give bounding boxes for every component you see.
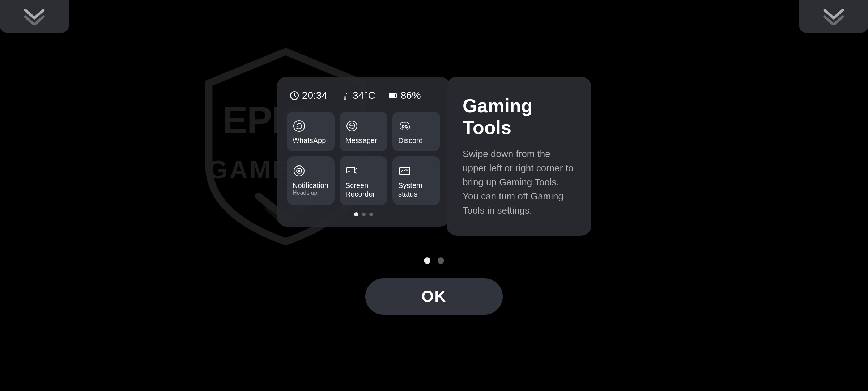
screen-recorder-icon	[345, 164, 358, 177]
panel-dot-2[interactable]	[362, 213, 366, 216]
time-value: 20:34	[302, 90, 327, 101]
svg-rect-18	[348, 171, 350, 172]
svg-rect-8	[390, 94, 395, 97]
time-status: 20:34	[290, 90, 327, 101]
svg-point-10	[347, 121, 357, 131]
bottom-dot-1[interactable]	[424, 257, 430, 264]
bottom-page-dots	[424, 257, 444, 264]
battery-value: 86%	[401, 90, 421, 101]
messager-icon	[345, 119, 358, 133]
thermometer-icon	[340, 91, 350, 100]
discord-icon	[398, 119, 411, 133]
svg-point-12	[405, 125, 407, 127]
svg-rect-19	[400, 167, 410, 175]
gaming-tools-description: Swipe down from the upper left or right …	[463, 147, 575, 218]
battery-icon	[388, 91, 398, 100]
whatsapp-label: WhatsApp	[293, 136, 326, 145]
system-status-icon	[398, 164, 411, 177]
apps-grid: WhatsApp Messager	[287, 112, 440, 205]
gaming-tools-title: Gaming Tools	[463, 95, 575, 138]
temperature-value: 34°C	[353, 90, 375, 101]
main-content: 20:34 34°C	[0, 0, 868, 391]
messager-tile[interactable]: Messager	[340, 112, 387, 151]
system-status-tile[interactable]: System status	[392, 156, 440, 205]
battery-status: 86%	[388, 90, 421, 101]
ok-button[interactable]: OK	[365, 278, 503, 315]
messager-label: Messager	[345, 136, 377, 145]
notification-sublabel: Heads up	[293, 190, 328, 196]
panels-row: 20:34 34°C	[277, 77, 591, 236]
discord-tile[interactable]: Discord	[392, 112, 440, 151]
screen-recorder-tile[interactable]: Screen Recorder	[340, 156, 387, 205]
screen-recorder-label: Screen Recorder	[345, 181, 382, 198]
status-bar: 20:34 34°C	[287, 90, 440, 101]
temperature-status: 34°C	[340, 90, 375, 101]
bottom-dot-2[interactable]	[438, 257, 444, 264]
panel-dot-3[interactable]	[369, 213, 373, 216]
notification-icon	[293, 164, 306, 177]
panel-dot-1[interactable]	[354, 212, 358, 216]
notification-label: Notification	[293, 181, 328, 190]
whatsapp-tile[interactable]: WhatsApp	[287, 112, 335, 151]
svg-point-9	[294, 121, 305, 131]
svg-point-15	[298, 170, 300, 172]
clock-icon	[290, 91, 299, 100]
discord-label: Discord	[398, 136, 423, 145]
panel-page-dots	[287, 212, 440, 216]
gaming-tools-panel: Gaming Tools Swipe down from the upper l…	[447, 77, 591, 236]
system-status-label: System status	[398, 181, 434, 198]
quick-tools-panel: 20:34 34°C	[277, 77, 450, 227]
svg-point-11	[403, 125, 404, 127]
svg-rect-16	[347, 167, 355, 173]
whatsapp-icon	[293, 119, 306, 133]
notification-tile[interactable]: Notification Heads up	[287, 156, 335, 205]
